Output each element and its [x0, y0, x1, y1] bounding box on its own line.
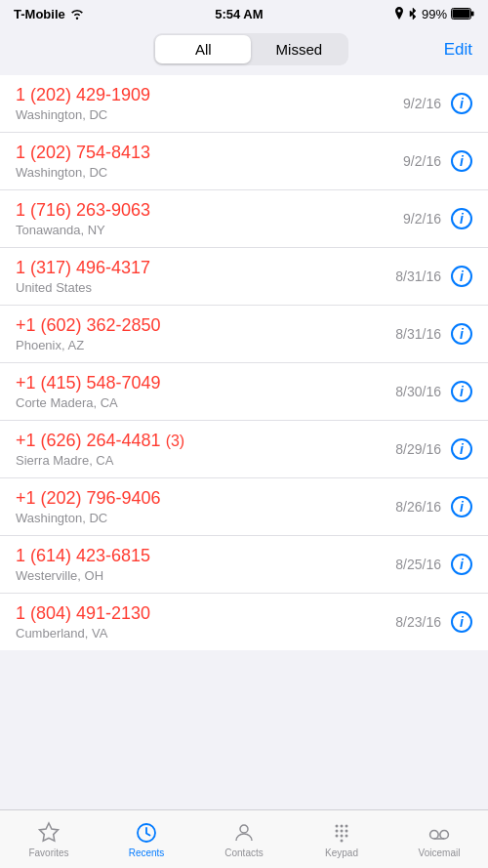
call-info-4: +1 (602) 362-2850 Phoenix, AZ [16, 315, 395, 352]
table-row: 1 (716) 263-9063 Tonawanda, NY 9/2/16 i [0, 190, 488, 248]
status-bar: T-Mobile 5:54 AM 99% [0, 0, 488, 27]
call-location-8: Westerville, OH [16, 568, 395, 583]
call-location-0: Washington, DC [16, 107, 403, 122]
tab-keypad-label: Keypad [325, 847, 358, 858]
svg-point-15 [430, 830, 439, 839]
call-number-5[interactable]: +1 (415) 548-7049 [16, 373, 395, 393]
svg-point-6 [341, 824, 344, 827]
tab-bar: Favorites Recents Contacts Keypad [0, 809, 488, 868]
call-date-6: 8/29/16 [395, 441, 441, 457]
call-number-0[interactable]: 1 (202) 429-1909 [16, 85, 403, 105]
tab-recents-label: Recents [129, 847, 165, 858]
table-row: 1 (614) 423-6815 Westerville, OH 8/25/16… [0, 536, 488, 594]
call-right-7: 8/26/16 i [395, 496, 472, 517]
location-icon [394, 7, 404, 21]
call-info-8: 1 (614) 423-6815 Westerville, OH [16, 546, 395, 583]
star-icon [37, 821, 61, 845]
call-number-4[interactable]: +1 (602) 362-2850 [16, 315, 395, 336]
edit-button[interactable]: Edit [444, 40, 472, 60]
tab-keypad[interactable]: Keypad [293, 821, 390, 858]
svg-point-4 [240, 825, 248, 833]
call-date-3: 8/31/16 [395, 269, 441, 284]
svg-rect-2 [453, 10, 470, 19]
segment-all[interactable]: All [155, 35, 251, 63]
segment-missed[interactable]: Missed [251, 35, 346, 63]
info-button-6[interactable]: i [451, 438, 472, 460]
call-info-9: 1 (804) 491-2130 Cumberland, VA [16, 603, 395, 641]
svg-point-10 [346, 829, 348, 832]
call-number-7[interactable]: +1 (202) 796-9406 [16, 488, 395, 509]
call-number-1[interactable]: 1 (202) 754-8413 [16, 143, 403, 163]
wifi-icon [70, 8, 84, 20]
header: All Missed Edit [0, 27, 488, 75]
call-number-3[interactable]: 1 (317) 496-4317 [16, 258, 395, 278]
call-right-3: 8/31/16 i [395, 266, 472, 287]
call-number-6[interactable]: +1 (626) 264-4481 (3) [16, 431, 395, 451]
call-location-9: Cumberland, VA [16, 626, 395, 641]
segment-control[interactable]: All Missed [153, 33, 348, 65]
table-row: 1 (202) 429-1909 Washington, DC 9/2/16 i [0, 75, 488, 133]
call-date-8: 8/25/16 [395, 557, 441, 572]
call-right-9: 8/23/16 i [395, 611, 472, 633]
call-date-1: 9/2/16 [403, 153, 441, 169]
svg-point-14 [341, 839, 344, 842]
info-button-4[interactable]: i [451, 323, 472, 345]
tab-recents[interactable]: Recents [98, 821, 195, 858]
call-date-2: 9/2/16 [403, 211, 441, 227]
call-location-6: Sierra Madre, CA [16, 453, 395, 468]
battery-percent: 99% [422, 7, 447, 21]
info-button-2[interactable]: i [451, 208, 472, 229]
info-button-7[interactable]: i [451, 496, 472, 517]
svg-point-8 [336, 829, 339, 832]
call-location-4: Phoenix, AZ [16, 338, 395, 352]
info-button-5[interactable]: i [451, 381, 472, 402]
carrier-signal: T-Mobile [14, 7, 84, 21]
call-right-8: 8/25/16 i [395, 554, 472, 575]
svg-point-11 [336, 834, 339, 837]
table-row: 1 (804) 491-2130 Cumberland, VA 8/23/16 … [0, 594, 488, 650]
tab-voicemail[interactable]: Voicemail [390, 821, 488, 858]
call-number-8[interactable]: 1 (614) 423-6815 [16, 546, 395, 566]
call-info-0: 1 (202) 429-1909 Washington, DC [16, 85, 403, 122]
voicemail-icon [427, 821, 451, 845]
call-location-3: United States [16, 280, 395, 295]
table-row: +1 (602) 362-2850 Phoenix, AZ 8/31/16 i [0, 306, 488, 363]
call-location-2: Tonawanda, NY [16, 223, 403, 237]
call-date-0: 9/2/16 [403, 96, 441, 111]
call-date-9: 8/23/16 [395, 614, 441, 630]
contacts-icon [232, 821, 256, 845]
call-date-7: 8/26/16 [395, 499, 441, 515]
keypad-icon [330, 821, 353, 845]
table-row: 1 (202) 754-8413 Washington, DC 9/2/16 i [0, 133, 488, 190]
info-button-1[interactable]: i [451, 150, 472, 172]
call-number-9[interactable]: 1 (804) 491-2130 [16, 603, 395, 624]
info-button-9[interactable]: i [451, 611, 472, 633]
call-number-2[interactable]: 1 (716) 263-9063 [16, 200, 403, 221]
battery-icon [451, 8, 474, 20]
status-time: 5:54 AM [215, 7, 263, 21]
call-info-6: +1 (626) 264-4481 (3) Sierra Madre, CA [16, 431, 395, 468]
call-count-6: (3) [166, 433, 185, 449]
tab-favorites[interactable]: Favorites [0, 821, 98, 858]
info-button-3[interactable]: i [451, 266, 472, 287]
svg-rect-1 [471, 12, 474, 17]
call-location-5: Corte Madera, CA [16, 395, 395, 410]
call-info-1: 1 (202) 754-8413 Washington, DC [16, 143, 403, 180]
info-button-0[interactable]: i [451, 93, 472, 114]
call-right-5: 8/30/16 i [395, 381, 472, 402]
call-list: ... i 1 (202) 429-1909 Washington, DC 9/… [0, 75, 488, 711]
call-info-5: +1 (415) 548-7049 Corte Madera, CA [16, 373, 395, 410]
status-right-icons: 99% [394, 7, 474, 21]
tab-favorites-label: Favorites [28, 847, 68, 858]
tab-contacts[interactable]: Contacts [195, 821, 293, 858]
call-info-3: 1 (317) 496-4317 United States [16, 258, 395, 295]
carrier-text: T-Mobile [14, 7, 65, 21]
tab-voicemail-label: Voicemail [419, 847, 461, 858]
call-location-1: Washington, DC [16, 165, 403, 180]
table-row: +1 (202) 796-9406 Washington, DC 8/26/16… [0, 478, 488, 536]
info-button-8[interactable]: i [451, 554, 472, 575]
table-row: +1 (626) 264-4481 (3) Sierra Madre, CA 8… [0, 421, 488, 478]
table-row: +1 (415) 548-7049 Corte Madera, CA 8/30/… [0, 363, 488, 421]
svg-point-12 [341, 834, 344, 837]
call-right-2: 9/2/16 i [403, 208, 472, 229]
